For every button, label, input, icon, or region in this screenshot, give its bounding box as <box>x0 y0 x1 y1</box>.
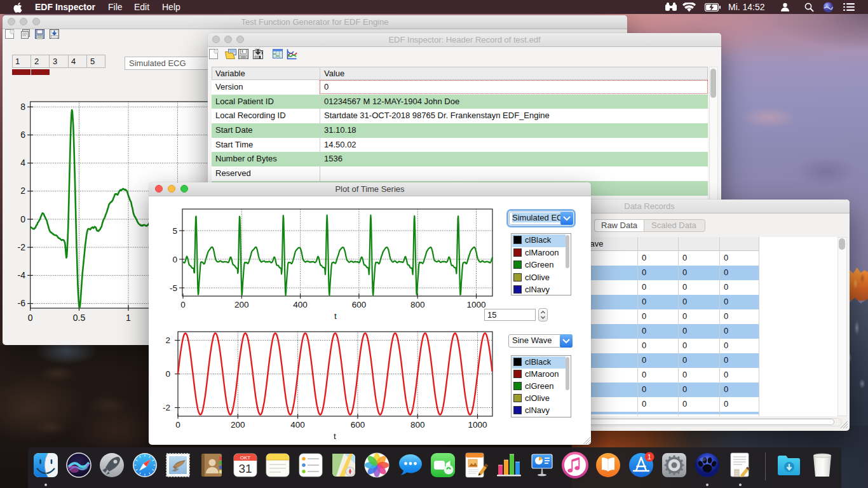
svg-text:600: 600 <box>352 300 367 309</box>
svg-text:600: 600 <box>351 420 365 430</box>
svg-text:8: 8 <box>20 102 25 112</box>
svg-text:1: 1 <box>648 453 651 461</box>
svg-text:400: 400 <box>293 300 308 309</box>
svg-text:0: 0 <box>172 255 177 264</box>
svg-text:200: 200 <box>231 420 245 430</box>
svg-text:400: 400 <box>290 420 305 430</box>
svg-text:1: 1 <box>126 313 131 323</box>
svg-text:0: 0 <box>20 214 25 224</box>
svg-text:t: t <box>334 311 337 321</box>
svg-text:-2: -2 <box>18 242 26 252</box>
svg-text:0: 0 <box>175 420 180 430</box>
svg-text:0: 0 <box>180 300 186 309</box>
svg-text:1000: 1000 <box>466 300 485 309</box>
svg-text:5: 5 <box>172 226 177 236</box>
svg-text:800: 800 <box>410 300 425 309</box>
svg-text:800: 800 <box>410 420 425 430</box>
svg-text:1000: 1000 <box>468 420 487 430</box>
svg-text:0: 0 <box>28 313 33 323</box>
svg-text:-2: -2 <box>163 403 170 412</box>
svg-text:-4: -4 <box>18 270 26 280</box>
svg-text:0: 0 <box>165 369 170 379</box>
svg-text:31: 31 <box>238 462 252 475</box>
svg-text:t: t <box>334 431 336 441</box>
svg-text:6: 6 <box>20 130 25 140</box>
svg-text:2: 2 <box>165 336 170 345</box>
svg-text:4: 4 <box>20 158 25 168</box>
svg-text:200: 200 <box>234 300 249 309</box>
svg-text:-6: -6 <box>18 298 26 308</box>
svg-text:0.5: 0.5 <box>73 313 86 323</box>
svg-text:-5: -5 <box>170 283 177 293</box>
svg-text:OKT: OKT <box>240 455 250 461</box>
svg-text:2: 2 <box>20 186 25 196</box>
